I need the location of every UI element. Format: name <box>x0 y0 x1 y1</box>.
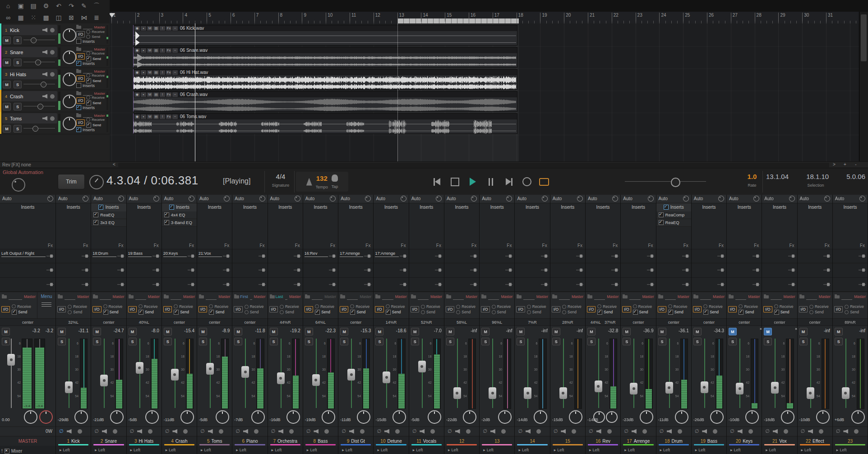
pan-knob[interactable] <box>569 410 582 424</box>
solo-button[interactable]: S <box>129 338 137 345</box>
mixer-strip-piano[interactable]: AutoInsertsFxFirstMasterI/OReceiveSendce… <box>232 195 268 454</box>
strip-track-label[interactable]: 10Detune <box>374 436 408 446</box>
send-mini-fader-icon[interactable] <box>505 269 512 272</box>
fader-handle[interactable] <box>736 383 743 394</box>
fader-rail[interactable] <box>316 339 317 408</box>
input-channel-selector[interactable]: ▸Left <box>621 446 656 454</box>
send-mini-fader-icon[interactable] <box>46 269 54 272</box>
mute-button[interactable]: M <box>234 328 242 335</box>
send-mini-fader-icon[interactable] <box>364 269 371 272</box>
send-mini-fader-icon[interactable] <box>576 254 583 257</box>
input-channel-selector[interactable]: ▸Left <box>656 446 691 454</box>
send-slot[interactable] <box>444 249 479 264</box>
send-slot[interactable] <box>692 278 726 292</box>
routing-master-row[interactable]: Master <box>480 292 514 301</box>
send-checkbox[interactable] <box>315 310 320 315</box>
record-arm-button[interactable] <box>678 429 682 434</box>
send-slot[interactable] <box>374 278 408 292</box>
send-mini-fader-icon[interactable] <box>682 283 689 286</box>
pan-value-display[interactable]: 44%L37%R <box>586 319 620 326</box>
strip-track-label[interactable]: 2Snare <box>91 436 126 446</box>
send-slot[interactable] <box>515 249 549 264</box>
send-checkbox[interactable] <box>86 101 91 105</box>
pan-knob[interactable] <box>357 410 370 424</box>
automation-mode-knob-icon[interactable] <box>330 196 336 202</box>
receive-toggle[interactable]: Receive <box>280 304 299 309</box>
fader-handle[interactable] <box>7 354 15 366</box>
send-slot[interactable] <box>798 249 832 264</box>
send-slot[interactable] <box>586 263 620 278</box>
mono-button[interactable] <box>420 429 425 434</box>
settings-gear-icon[interactable]: ⚙ <box>40 0 52 11</box>
strip-inserts-panel[interactable]: InsertsFx <box>444 203 479 249</box>
polarity-button[interactable]: ∅ <box>554 429 558 434</box>
input-channel-selector[interactable]: ▸Left <box>727 446 762 454</box>
strip-inserts-panel[interactable]: InsertsFx <box>374 203 408 249</box>
grid-icon[interactable]: ▦ <box>14 12 27 23</box>
strip-track-label[interactable]: 19Bass <box>692 436 726 446</box>
send-slot[interactable] <box>550 263 585 278</box>
send-toggle[interactable]: Send <box>456 310 476 314</box>
input-channel-selector[interactable]: ▸Left <box>303 446 338 454</box>
pan-value-display[interactable]: 7%R <box>515 319 549 326</box>
inserts-checkbox[interactable] <box>76 105 81 110</box>
send-mini-fader-icon[interactable] <box>576 269 583 272</box>
polarity-button[interactable]: ∅ <box>624 429 628 434</box>
playrate-slider[interactable] <box>625 181 706 182</box>
fade-clock-icon[interactable]: ◉ <box>134 26 140 31</box>
mute-button[interactable]: M <box>199 328 207 335</box>
send-mini-fader-icon[interactable] <box>152 283 160 286</box>
pan-knob[interactable] <box>816 410 830 424</box>
selection-end[interactable]: 18.1.10 <box>806 173 829 180</box>
send-slot[interactable] <box>268 278 303 292</box>
record-arm-button[interactable] <box>784 429 788 434</box>
record-arm-button[interactable] <box>113 429 117 434</box>
send-slot[interactable] <box>444 263 479 278</box>
play-button[interactable] <box>467 176 479 188</box>
receive-toggle[interactable]: Receive <box>86 73 105 78</box>
fade-clock-icon[interactable]: ◉ <box>134 70 140 75</box>
send-slot[interactable] <box>727 263 762 278</box>
send-slot[interactable] <box>444 278 479 292</box>
solo-button[interactable]: S <box>14 103 22 110</box>
solo-button[interactable]: S <box>305 338 313 345</box>
insert-fx-slot[interactable]: 4x4 EQ <box>162 211 197 219</box>
strip-inserts-panel[interactable]: InsertsFx <box>515 203 549 249</box>
volume-readout[interactable]: -11.8 <box>255 328 265 333</box>
automation-mode-knob-icon[interactable] <box>47 196 53 202</box>
mono-button[interactable] <box>137 429 142 434</box>
strip-auto-row[interactable]: Auto <box>127 195 162 203</box>
strip-track-label[interactable]: 15 <box>550 436 585 446</box>
home-icon[interactable]: ⌂ <box>2 0 14 11</box>
inserts-enable-checkbox[interactable] <box>664 205 669 210</box>
fader-handle[interactable] <box>347 369 355 381</box>
send-mini-fader-icon[interactable] <box>859 283 866 286</box>
input-channel-selector[interactable]: ▸Left <box>762 446 797 454</box>
send-mini-fader-icon[interactable] <box>717 254 725 257</box>
fx-button[interactable]: Fx <box>295 243 300 248</box>
mono-button[interactable] <box>455 429 460 434</box>
strip-sends-panel[interactable] <box>727 249 762 293</box>
fader-handle[interactable] <box>171 369 179 381</box>
radio[interactable] <box>245 305 249 309</box>
radio[interactable] <box>597 304 601 308</box>
mono-button[interactable] <box>490 429 495 434</box>
send-slot[interactable] <box>621 278 656 292</box>
io-button[interactable]: I/O <box>269 306 278 312</box>
folder-icon[interactable] <box>481 295 486 298</box>
fx-button[interactable]: Fx <box>754 243 759 248</box>
strip-sends-panel[interactable] <box>656 249 691 293</box>
mono-button[interactable] <box>632 429 637 434</box>
folder-icon[interactable] <box>164 295 169 298</box>
send-slot[interactable] <box>338 263 373 278</box>
ripple-edit-icon[interactable]: ◫ <box>52 12 65 23</box>
solo-button[interactable]: S <box>799 338 808 345</box>
strip-track-label[interactable]: MASTER <box>0 436 55 446</box>
mixer-strip-effect[interactable]: AutoInsertsFxMasterI/OReceiveSendcenterM… <box>798 195 833 454</box>
record-button[interactable] <box>521 176 533 188</box>
crossfade-icon[interactable]: ⋈ <box>78 12 90 23</box>
send-slot[interactable] <box>550 278 585 292</box>
automation-mode-knob-icon[interactable] <box>295 196 300 202</box>
volume-readout[interactable]: -inf <box>824 328 830 333</box>
fx-button[interactable]: Fx <box>577 243 582 248</box>
